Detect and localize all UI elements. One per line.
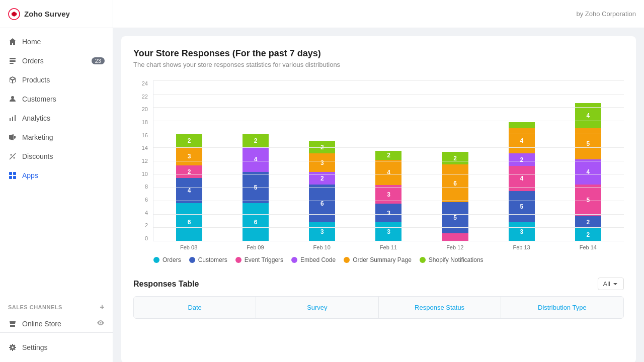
content-area: Your Store Responses (For the past 7 day… <box>121 36 636 362</box>
legend-embed-code: Embed Code <box>291 256 336 263</box>
sidebar-item-discounts[interactable]: Discounts <box>0 147 113 166</box>
legend-order-summary: Order Summary Page <box>344 256 412 263</box>
sidebar-item-marketing[interactable]: Marketing <box>0 128 113 147</box>
bars-area: 6 4 2 3 2 6 <box>153 80 624 241</box>
svg-point-9 <box>14 157 15 159</box>
sidebar-item-orders[interactable]: Orders 23 <box>0 51 113 70</box>
table-header-response-status: Response Status <box>379 297 501 318</box>
filter-dropdown[interactable]: All <box>598 278 624 290</box>
bar-group-feb12: 5 6 2 <box>425 80 486 241</box>
legend-orders: Orders <box>153 256 181 263</box>
bar-group-feb11: 3 3 3 4 2 <box>358 80 419 241</box>
main-content: by Zoho Corporation Your Store Responses… <box>113 0 644 362</box>
sidebar-item-apps[interactable]: Apps <box>0 166 113 185</box>
sidebar-item-customers[interactable]: Customers <box>0 89 113 109</box>
products-icon <box>8 75 17 84</box>
sidebar-item-discounts-label: Discounts <box>22 152 53 160</box>
table-header-survey: Survey <box>256 297 378 318</box>
svg-point-8 <box>11 154 12 156</box>
orders-badge: 23 <box>92 57 105 64</box>
chart-subtitle: The chart shows your store responses sta… <box>133 61 624 68</box>
svg-rect-6 <box>12 117 13 121</box>
svg-rect-10 <box>9 172 12 175</box>
orders-icon <box>8 56 17 65</box>
sidebar-item-orders-label: Orders <box>22 57 44 65</box>
zoho-survey-logo-icon <box>8 8 20 20</box>
sidebar-item-analytics-label: Analytics <box>22 114 50 122</box>
sidebar-logo: Zoho Survey <box>0 0 113 28</box>
discounts-icon <box>8 152 17 161</box>
bar-group-feb10: 3 6 2 3 2 <box>291 80 353 241</box>
bar-group-feb09: 6 5 4 2 <box>225 80 286 241</box>
visibility-icon[interactable] <box>97 319 105 328</box>
svg-rect-5 <box>10 118 11 121</box>
chevron-down-icon <box>612 281 618 287</box>
svg-rect-2 <box>10 60 16 62</box>
chart-title: Your Store Responses (For the past 7 day… <box>133 48 624 59</box>
sidebar-item-products-label: Products <box>22 76 50 84</box>
customers-icon <box>8 95 17 104</box>
sidebar: Zoho Survey Home Orders 23 Products <box>0 0 113 362</box>
svg-point-14 <box>100 322 102 324</box>
responses-table: Date Survey Response Status Distribution… <box>133 296 624 319</box>
legend-customers-label: Customers <box>198 256 227 263</box>
sidebar-item-products[interactable]: Products <box>0 70 113 89</box>
sidebar-item-home[interactable]: Home <box>0 32 113 51</box>
sales-channels-label: SALES CHANNELS <box>8 304 62 310</box>
legend-orders-dot <box>153 257 159 263</box>
responses-table-title: Responses Table <box>133 280 199 289</box>
sidebar-item-analytics[interactable]: Analytics <box>0 109 113 128</box>
svg-rect-11 <box>13 172 16 175</box>
chart-section: Your Store Responses (For the past 7 day… <box>133 48 624 263</box>
svg-rect-12 <box>9 176 12 179</box>
legend-event-triggers-dot <box>235 257 242 263</box>
top-bar: by Zoho Corporation <box>113 0 644 28</box>
responses-header: Responses Table All <box>133 278 624 290</box>
legend-order-summary-label: Order Summary Page <box>353 256 412 263</box>
x-axis-labels: Feb 08 Feb 09 Feb 10 Feb 11 Feb 12 Feb 1… <box>153 241 624 250</box>
app-logo-text: Zoho Survey <box>24 10 70 18</box>
chart-content: 6 4 2 3 2 6 <box>153 80 624 250</box>
online-store-icon <box>8 319 17 328</box>
sidebar-item-marketing-label: Marketing <box>22 133 53 141</box>
chart-wrapper: 0 2 4 6 8 10 12 14 16 18 20 22 24 <box>133 80 624 250</box>
svg-point-4 <box>11 96 14 99</box>
sidebar-item-customers-label: Customers <box>22 95 56 103</box>
svg-rect-13 <box>13 176 16 179</box>
home-icon <box>8 37 17 46</box>
svg-rect-1 <box>10 58 16 59</box>
online-store-label: Online Store <box>22 320 61 328</box>
sidebar-item-home-label: Home <box>22 38 41 46</box>
sidebar-settings-section: Settings <box>0 332 113 362</box>
legend-embed-code-label: Embed Code <box>300 256 336 263</box>
legend-event-triggers-label: Event Triggers <box>245 256 283 263</box>
legend-order-summary-dot <box>344 257 350 263</box>
responses-table-section: Responses Table All Date Survey Response… <box>133 278 624 319</box>
bar-group-feb14: 2 2 5 4 5 4 <box>557 80 619 241</box>
bar-group-feb08: 6 4 2 3 2 <box>158 80 220 241</box>
legend-event-triggers: Event Triggers <box>235 256 283 263</box>
analytics-icon <box>8 114 17 123</box>
table-header-row: Date Survey Response Status Distribution… <box>134 297 623 318</box>
legend-embed-code-dot <box>291 257 297 263</box>
table-header-date: Date <box>134 297 256 318</box>
bar-group-feb13: 3 5 4 2 4 <box>491 80 552 241</box>
legend-customers-dot <box>189 257 195 263</box>
settings-icon <box>8 343 17 352</box>
y-axis: 0 2 4 6 8 10 12 14 16 18 20 22 24 <box>133 80 151 241</box>
legend-orders-label: Orders <box>163 256 181 263</box>
chart-legend: Orders Customers Event Triggers Embed Co… <box>133 256 624 263</box>
sidebar-item-settings[interactable]: Settings <box>0 338 113 357</box>
svg-rect-7 <box>15 115 16 121</box>
sidebar-nav: Home Orders 23 Products Customers <box>0 28 113 297</box>
zoho-branding: by Zoho Corporation <box>576 10 636 18</box>
marketing-icon <box>8 133 17 142</box>
legend-shopify-label: Shopify Notifications <box>429 256 484 263</box>
legend-shopify: Shopify Notifications <box>420 256 484 263</box>
filter-value: All <box>603 280 610 288</box>
apps-icon <box>8 171 17 180</box>
sidebar-item-online-store[interactable]: Online Store <box>0 315 113 332</box>
sidebar-item-apps-label: Apps <box>22 171 38 179</box>
legend-customers: Customers <box>189 256 227 263</box>
add-sales-channel-button[interactable]: + <box>100 303 105 312</box>
